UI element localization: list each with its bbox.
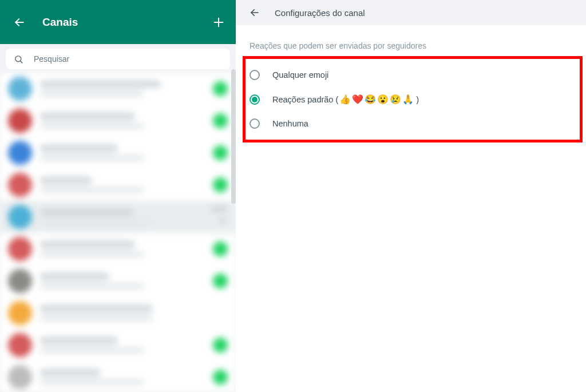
channel-text: [40, 81, 213, 97]
avatar: [8, 141, 32, 165]
reaction-options: Qualquer emojiReações padrão (👍❤️😂😮😢🙏)Ne…: [240, 60, 579, 141]
option-label: Nenhuma: [272, 119, 308, 128]
main-panel: Configurações do canal Reações que podem…: [236, 0, 586, 392]
channel-row[interactable]: [0, 73, 236, 105]
channel-text: [40, 337, 213, 353]
channel-text: [40, 113, 213, 129]
channel-text: [40, 369, 213, 385]
scrollbar[interactable]: [231, 69, 236, 204]
avatar: [8, 109, 32, 133]
radio[interactable]: [250, 118, 260, 129]
channel-text: [40, 241, 213, 257]
channel-row[interactable]: [0, 105, 236, 137]
reaction-option-0[interactable]: Qualquer emoji: [247, 63, 572, 87]
back-icon[interactable]: [250, 7, 260, 18]
svg-line-4: [20, 61, 22, 62]
section-label: Reações que podem ser enviadas por segui…: [236, 25, 586, 60]
search-bar[interactable]: [6, 49, 230, 69]
sidebar: Canais 11:01: [0, 0, 236, 392]
sidebar-title: Canais: [42, 16, 212, 29]
channel-row[interactable]: [0, 137, 236, 169]
reaction-option-1[interactable]: Reações padrão (👍❤️😂😮😢🙏): [247, 87, 572, 112]
channel-time: 11:01: [211, 205, 227, 212]
add-channel-icon[interactable]: [212, 15, 225, 29]
avatar: [8, 77, 32, 101]
back-icon[interactable]: [13, 15, 26, 29]
channel-text: [40, 145, 213, 161]
avatar: [8, 173, 32, 197]
avatar: [8, 205, 32, 229]
sidebar-header: Canais: [0, 0, 236, 44]
status-dot: [213, 145, 228, 160]
status-dot: [213, 338, 228, 353]
chevron-down-icon[interactable]: [217, 216, 228, 226]
channel-row[interactable]: [0, 361, 236, 392]
main-header-title: Configurações do canal: [275, 8, 365, 18]
channel-text: [40, 305, 228, 321]
reaction-option-2[interactable]: Nenhuma: [247, 112, 572, 136]
option-label: Qualquer emoji: [272, 70, 328, 80]
channel-row[interactable]: [0, 265, 236, 297]
status-dot: [213, 177, 228, 192]
channel-row[interactable]: 11:01: [0, 201, 236, 233]
status-dot: [213, 81, 228, 96]
channel-row[interactable]: [0, 233, 236, 265]
channel-row[interactable]: [0, 329, 236, 361]
channel-text: [40, 209, 228, 225]
search-icon: [14, 54, 23, 64]
avatar: [8, 269, 32, 293]
channel-list[interactable]: 11:01: [0, 73, 236, 392]
status-dot: [213, 370, 228, 385]
channel-row[interactable]: [0, 169, 236, 201]
channel-row[interactable]: [0, 297, 236, 329]
search-input[interactable]: [34, 54, 222, 64]
avatar: [8, 365, 32, 389]
avatar: [8, 333, 32, 357]
main-header: Configurações do canal: [236, 0, 586, 25]
status-dot: [213, 274, 228, 288]
emoji-list: 👍❤️😂😮😢🙏: [339, 94, 415, 105]
option-label: Reações padrão (👍❤️😂😮😢🙏): [272, 94, 419, 105]
channel-text: [40, 273, 213, 289]
avatar: [8, 301, 32, 325]
avatar: [8, 237, 32, 261]
radio[interactable]: [250, 70, 260, 80]
status-dot: [213, 113, 228, 128]
radio[interactable]: [250, 94, 260, 105]
status-dot: [213, 241, 228, 256]
channel-text: [40, 177, 213, 193]
